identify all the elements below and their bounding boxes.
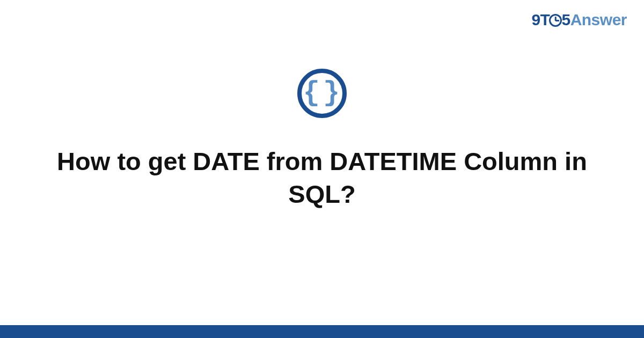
- logo-part-1: 9T: [531, 11, 550, 28]
- question-title: How to get DATE from DATETIME Column in …: [0, 145, 644, 210]
- category-icon-circle: {}: [297, 69, 347, 118]
- logo-part-2: 5: [561, 11, 570, 28]
- footer-accent-bar: [0, 325, 644, 338]
- clock-icon: [549, 14, 562, 27]
- site-logo[interactable]: 9T5Answer: [531, 11, 627, 29]
- logo-part-3: Answer: [570, 11, 627, 28]
- code-braces-icon: {}: [301, 79, 343, 107]
